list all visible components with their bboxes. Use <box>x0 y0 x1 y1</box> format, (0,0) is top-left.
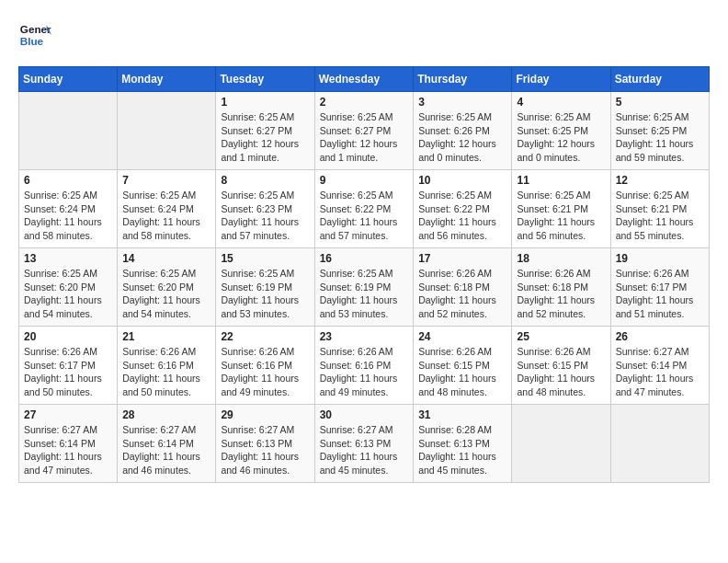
day-info: Sunrise: 6:26 AM Sunset: 6:16 PM Dayligh… <box>122 345 210 399</box>
day-info: Sunrise: 6:26 AM Sunset: 6:16 PM Dayligh… <box>221 345 309 399</box>
calendar-cell: 15Sunrise: 6:25 AM Sunset: 6:19 PM Dayli… <box>216 248 314 327</box>
calendar-cell: 27Sunrise: 6:27 AM Sunset: 6:14 PM Dayli… <box>19 405 118 483</box>
calendar-cell: 5Sunrise: 6:25 AM Sunset: 6:25 PM Daylig… <box>610 92 709 170</box>
calendar-cell: 25Sunrise: 6:26 AM Sunset: 6:15 PM Dayli… <box>512 327 610 405</box>
day-info: Sunrise: 6:25 AM Sunset: 6:22 PM Dayligh… <box>418 189 506 243</box>
calendar-cell: 17Sunrise: 6:26 AM Sunset: 6:18 PM Dayli… <box>414 248 512 327</box>
calendar-cell: 16Sunrise: 6:25 AM Sunset: 6:19 PM Dayli… <box>314 248 414 327</box>
day-number: 30 <box>320 408 409 421</box>
weekday-header-sunday: Sunday <box>19 67 118 92</box>
day-number: 23 <box>320 330 409 343</box>
day-number: 6 <box>24 174 112 187</box>
day-number: 13 <box>24 252 112 265</box>
day-info: Sunrise: 6:25 AM Sunset: 6:23 PM Dayligh… <box>221 189 309 243</box>
calendar-cell: 12Sunrise: 6:25 AM Sunset: 6:21 PM Dayli… <box>610 170 709 248</box>
day-number: 4 <box>517 96 605 109</box>
day-info: Sunrise: 6:25 AM Sunset: 6:21 PM Dayligh… <box>517 189 605 243</box>
day-info: Sunrise: 6:25 AM Sunset: 6:26 PM Dayligh… <box>418 110 506 165</box>
day-info: Sunrise: 6:25 AM Sunset: 6:20 PM Dayligh… <box>24 267 112 321</box>
day-info: Sunrise: 6:26 AM Sunset: 6:15 PM Dayligh… <box>418 345 506 399</box>
calendar-cell: 26Sunrise: 6:27 AM Sunset: 6:14 PM Dayli… <box>610 327 709 405</box>
day-info: Sunrise: 6:25 AM Sunset: 6:22 PM Dayligh… <box>320 189 409 243</box>
day-number: 3 <box>418 96 506 109</box>
day-number: 14 <box>122 252 210 265</box>
calendar-cell: 1Sunrise: 6:25 AM Sunset: 6:27 PM Daylig… <box>216 92 314 170</box>
day-number: 2 <box>320 96 409 109</box>
calendar-cell: 10Sunrise: 6:25 AM Sunset: 6:22 PM Dayli… <box>414 170 512 248</box>
day-info: Sunrise: 6:25 AM Sunset: 6:20 PM Dayligh… <box>122 267 210 321</box>
calendar-cell: 18Sunrise: 6:26 AM Sunset: 6:18 PM Dayli… <box>512 248 610 327</box>
day-number: 15 <box>221 252 309 265</box>
day-number: 12 <box>616 174 704 187</box>
day-number: 20 <box>24 330 112 343</box>
calendar-week-2: 6Sunrise: 6:25 AM Sunset: 6:24 PM Daylig… <box>19 170 710 248</box>
calendar-cell: 8Sunrise: 6:25 AM Sunset: 6:23 PM Daylig… <box>216 170 314 248</box>
day-info: Sunrise: 6:25 AM Sunset: 6:25 PM Dayligh… <box>517 110 605 165</box>
calendar-week-5: 27Sunrise: 6:27 AM Sunset: 6:14 PM Dayli… <box>19 405 710 483</box>
day-info: Sunrise: 6:26 AM Sunset: 6:18 PM Dayligh… <box>517 267 605 321</box>
day-number: 10 <box>418 174 506 187</box>
calendar-cell <box>512 405 610 483</box>
day-number: 25 <box>517 330 605 343</box>
day-info: Sunrise: 6:25 AM Sunset: 6:24 PM Dayligh… <box>122 189 210 243</box>
day-info: Sunrise: 6:25 AM Sunset: 6:19 PM Dayligh… <box>320 267 409 321</box>
calendar-cell: 31Sunrise: 6:28 AM Sunset: 6:13 PM Dayli… <box>414 405 512 483</box>
calendar-cell <box>118 92 216 170</box>
calendar-header-row: SundayMondayTuesdayWednesdayThursdayFrid… <box>19 67 710 92</box>
day-number: 1 <box>221 96 309 109</box>
day-number: 16 <box>320 252 409 265</box>
day-number: 26 <box>616 330 704 343</box>
day-number: 17 <box>418 252 506 265</box>
day-number: 11 <box>517 174 605 187</box>
day-number: 28 <box>122 408 210 421</box>
day-number: 9 <box>320 174 409 187</box>
calendar-cell: 4Sunrise: 6:25 AM Sunset: 6:25 PM Daylig… <box>512 92 610 170</box>
day-number: 21 <box>122 330 210 343</box>
calendar-week-3: 13Sunrise: 6:25 AM Sunset: 6:20 PM Dayli… <box>19 248 710 327</box>
calendar-week-4: 20Sunrise: 6:26 AM Sunset: 6:17 PM Dayli… <box>19 327 710 405</box>
weekday-header-tuesday: Tuesday <box>216 67 314 92</box>
calendar-cell: 11Sunrise: 6:25 AM Sunset: 6:21 PM Dayli… <box>512 170 610 248</box>
day-info: Sunrise: 6:27 AM Sunset: 6:14 PM Dayligh… <box>122 423 210 477</box>
logo: General Blue <box>18 18 55 52</box>
weekday-header-friday: Friday <box>512 67 610 92</box>
calendar-cell: 13Sunrise: 6:25 AM Sunset: 6:20 PM Dayli… <box>19 248 118 327</box>
day-info: Sunrise: 6:26 AM Sunset: 6:16 PM Dayligh… <box>320 345 409 399</box>
day-number: 29 <box>221 408 309 421</box>
day-number: 24 <box>418 330 506 343</box>
page-header: General Blue <box>18 18 710 52</box>
day-info: Sunrise: 6:27 AM Sunset: 6:13 PM Dayligh… <box>320 423 409 477</box>
day-number: 5 <box>616 96 704 109</box>
weekday-header-saturday: Saturday <box>610 67 709 92</box>
weekday-header-monday: Monday <box>118 67 216 92</box>
calendar-cell: 23Sunrise: 6:26 AM Sunset: 6:16 PM Dayli… <box>314 327 414 405</box>
calendar-cell: 19Sunrise: 6:26 AM Sunset: 6:17 PM Dayli… <box>610 248 709 327</box>
calendar-cell: 20Sunrise: 6:26 AM Sunset: 6:17 PM Dayli… <box>19 327 118 405</box>
day-number: 27 <box>24 408 112 421</box>
day-number: 19 <box>616 252 704 265</box>
calendar-cell: 21Sunrise: 6:26 AM Sunset: 6:16 PM Dayli… <box>118 327 216 405</box>
calendar-cell: 22Sunrise: 6:26 AM Sunset: 6:16 PM Dayli… <box>216 327 314 405</box>
day-info: Sunrise: 6:26 AM Sunset: 6:15 PM Dayligh… <box>517 345 605 399</box>
calendar-cell: 30Sunrise: 6:27 AM Sunset: 6:13 PM Dayli… <box>314 405 414 483</box>
weekday-header-thursday: Thursday <box>414 67 512 92</box>
day-info: Sunrise: 6:25 AM Sunset: 6:19 PM Dayligh… <box>221 267 309 321</box>
calendar-cell: 14Sunrise: 6:25 AM Sunset: 6:20 PM Dayli… <box>118 248 216 327</box>
day-number: 31 <box>418 408 506 421</box>
day-info: Sunrise: 6:27 AM Sunset: 6:13 PM Dayligh… <box>221 423 309 477</box>
day-number: 22 <box>221 330 309 343</box>
weekday-header-wednesday: Wednesday <box>314 67 414 92</box>
calendar-table: SundayMondayTuesdayWednesdayThursdayFrid… <box>18 66 710 483</box>
day-info: Sunrise: 6:25 AM Sunset: 6:25 PM Dayligh… <box>616 110 704 165</box>
day-info: Sunrise: 6:25 AM Sunset: 6:21 PM Dayligh… <box>616 189 704 243</box>
day-info: Sunrise: 6:27 AM Sunset: 6:14 PM Dayligh… <box>616 345 704 399</box>
calendar-cell: 24Sunrise: 6:26 AM Sunset: 6:15 PM Dayli… <box>414 327 512 405</box>
calendar-cell: 28Sunrise: 6:27 AM Sunset: 6:14 PM Dayli… <box>118 405 216 483</box>
day-number: 8 <box>221 174 309 187</box>
day-info: Sunrise: 6:26 AM Sunset: 6:18 PM Dayligh… <box>418 267 506 321</box>
calendar-cell: 29Sunrise: 6:27 AM Sunset: 6:13 PM Dayli… <box>216 405 314 483</box>
day-info: Sunrise: 6:26 AM Sunset: 6:17 PM Dayligh… <box>24 345 112 399</box>
day-info: Sunrise: 6:28 AM Sunset: 6:13 PM Dayligh… <box>418 423 506 477</box>
calendar-cell: 3Sunrise: 6:25 AM Sunset: 6:26 PM Daylig… <box>414 92 512 170</box>
calendar-cell: 7Sunrise: 6:25 AM Sunset: 6:24 PM Daylig… <box>118 170 216 248</box>
